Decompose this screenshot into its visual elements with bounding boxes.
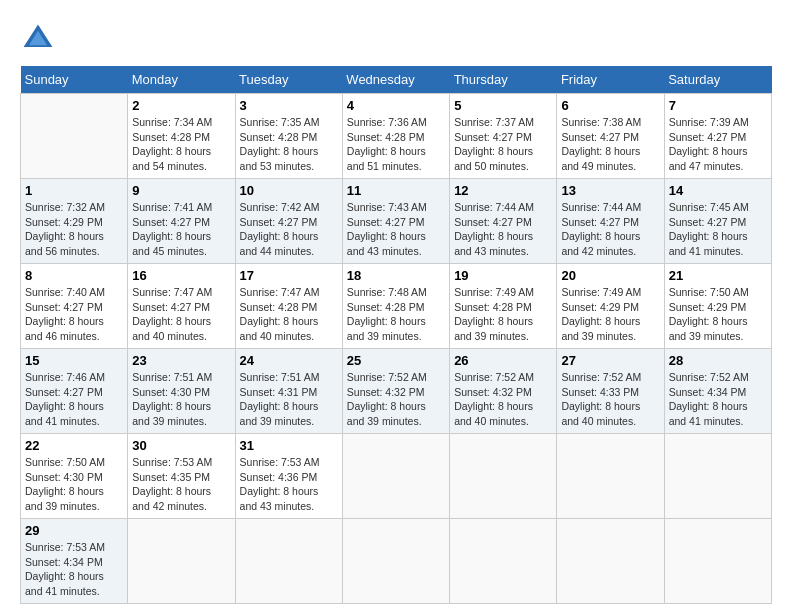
day-info: Sunrise: 7:43 AMSunset: 4:27 PMDaylight:… <box>347 201 427 257</box>
day-number: 2 <box>132 98 230 113</box>
calendar-cell: 29 Sunrise: 7:53 AMSunset: 4:34 PMDaylig… <box>21 519 128 604</box>
calendar-cell: 10 Sunrise: 7:42 AMSunset: 4:27 PMDaylig… <box>235 179 342 264</box>
calendar-cell: 31 Sunrise: 7:53 AMSunset: 4:36 PMDaylig… <box>235 434 342 519</box>
day-number: 12 <box>454 183 552 198</box>
day-info: Sunrise: 7:47 AMSunset: 4:27 PMDaylight:… <box>132 286 212 342</box>
day-number: 29 <box>25 523 123 538</box>
day-info: Sunrise: 7:34 AMSunset: 4:28 PMDaylight:… <box>132 116 212 172</box>
day-number: 24 <box>240 353 338 368</box>
day-number: 8 <box>25 268 123 283</box>
calendar-cell: 15 Sunrise: 7:46 AMSunset: 4:27 PMDaylig… <box>21 349 128 434</box>
day-info: Sunrise: 7:40 AMSunset: 4:27 PMDaylight:… <box>25 286 105 342</box>
day-info: Sunrise: 7:35 AMSunset: 4:28 PMDaylight:… <box>240 116 320 172</box>
calendar-row: 15 Sunrise: 7:46 AMSunset: 4:27 PMDaylig… <box>21 349 772 434</box>
calendar-cell <box>664 519 771 604</box>
logo-icon <box>20 20 56 56</box>
calendar-cell: 4 Sunrise: 7:36 AMSunset: 4:28 PMDayligh… <box>342 94 449 179</box>
day-number: 9 <box>132 183 230 198</box>
day-number: 10 <box>240 183 338 198</box>
day-number: 15 <box>25 353 123 368</box>
day-number: 1 <box>25 183 123 198</box>
calendar-cell: 12 Sunrise: 7:44 AMSunset: 4:27 PMDaylig… <box>450 179 557 264</box>
day-of-week-header: Saturday <box>664 66 771 94</box>
day-number: 30 <box>132 438 230 453</box>
day-info: Sunrise: 7:42 AMSunset: 4:27 PMDaylight:… <box>240 201 320 257</box>
calendar-cell: 2 Sunrise: 7:34 AMSunset: 4:28 PMDayligh… <box>128 94 235 179</box>
day-number: 20 <box>561 268 659 283</box>
day-info: Sunrise: 7:53 AMSunset: 4:36 PMDaylight:… <box>240 456 320 512</box>
day-number: 6 <box>561 98 659 113</box>
day-info: Sunrise: 7:50 AMSunset: 4:30 PMDaylight:… <box>25 456 105 512</box>
day-number: 13 <box>561 183 659 198</box>
calendar-cell: 9 Sunrise: 7:41 AMSunset: 4:27 PMDayligh… <box>128 179 235 264</box>
calendar-table: SundayMondayTuesdayWednesdayThursdayFrid… <box>20 66 772 604</box>
day-number: 5 <box>454 98 552 113</box>
day-info: Sunrise: 7:52 AMSunset: 4:34 PMDaylight:… <box>669 371 749 427</box>
calendar-cell: 25 Sunrise: 7:52 AMSunset: 4:32 PMDaylig… <box>342 349 449 434</box>
day-info: Sunrise: 7:49 AMSunset: 4:28 PMDaylight:… <box>454 286 534 342</box>
calendar-cell <box>664 434 771 519</box>
day-number: 17 <box>240 268 338 283</box>
calendar-cell <box>235 519 342 604</box>
day-info: Sunrise: 7:51 AMSunset: 4:31 PMDaylight:… <box>240 371 320 427</box>
day-info: Sunrise: 7:44 AMSunset: 4:27 PMDaylight:… <box>561 201 641 257</box>
day-info: Sunrise: 7:41 AMSunset: 4:27 PMDaylight:… <box>132 201 212 257</box>
day-info: Sunrise: 7:45 AMSunset: 4:27 PMDaylight:… <box>669 201 749 257</box>
calendar-cell <box>450 434 557 519</box>
calendar-body: 2 Sunrise: 7:34 AMSunset: 4:28 PMDayligh… <box>21 94 772 604</box>
calendar-cell: 30 Sunrise: 7:53 AMSunset: 4:35 PMDaylig… <box>128 434 235 519</box>
day-info: Sunrise: 7:52 AMSunset: 4:33 PMDaylight:… <box>561 371 641 427</box>
day-number: 18 <box>347 268 445 283</box>
calendar-cell: 26 Sunrise: 7:52 AMSunset: 4:32 PMDaylig… <box>450 349 557 434</box>
day-number: 27 <box>561 353 659 368</box>
day-info: Sunrise: 7:36 AMSunset: 4:28 PMDaylight:… <box>347 116 427 172</box>
calendar-cell: 28 Sunrise: 7:52 AMSunset: 4:34 PMDaylig… <box>664 349 771 434</box>
day-info: Sunrise: 7:51 AMSunset: 4:30 PMDaylight:… <box>132 371 212 427</box>
day-info: Sunrise: 7:46 AMSunset: 4:27 PMDaylight:… <box>25 371 105 427</box>
day-of-week-header: Wednesday <box>342 66 449 94</box>
calendar-cell <box>342 434 449 519</box>
day-number: 23 <box>132 353 230 368</box>
calendar-row: 22 Sunrise: 7:50 AMSunset: 4:30 PMDaylig… <box>21 434 772 519</box>
day-of-week-header: Monday <box>128 66 235 94</box>
calendar-cell: 5 Sunrise: 7:37 AMSunset: 4:27 PMDayligh… <box>450 94 557 179</box>
calendar-row: 1 Sunrise: 7:32 AMSunset: 4:29 PMDayligh… <box>21 179 772 264</box>
calendar-cell: 27 Sunrise: 7:52 AMSunset: 4:33 PMDaylig… <box>557 349 664 434</box>
day-of-week-header: Thursday <box>450 66 557 94</box>
day-number: 19 <box>454 268 552 283</box>
calendar-cell: 11 Sunrise: 7:43 AMSunset: 4:27 PMDaylig… <box>342 179 449 264</box>
day-number: 26 <box>454 353 552 368</box>
calendar-cell: 13 Sunrise: 7:44 AMSunset: 4:27 PMDaylig… <box>557 179 664 264</box>
calendar-cell: 8 Sunrise: 7:40 AMSunset: 4:27 PMDayligh… <box>21 264 128 349</box>
day-number: 28 <box>669 353 767 368</box>
day-info: Sunrise: 7:53 AMSunset: 4:34 PMDaylight:… <box>25 541 105 597</box>
calendar-cell: 23 Sunrise: 7:51 AMSunset: 4:30 PMDaylig… <box>128 349 235 434</box>
calendar-cell: 14 Sunrise: 7:45 AMSunset: 4:27 PMDaylig… <box>664 179 771 264</box>
calendar-cell: 18 Sunrise: 7:48 AMSunset: 4:28 PMDaylig… <box>342 264 449 349</box>
calendar-cell: 19 Sunrise: 7:49 AMSunset: 4:28 PMDaylig… <box>450 264 557 349</box>
day-number: 11 <box>347 183 445 198</box>
calendar-cell: 22 Sunrise: 7:50 AMSunset: 4:30 PMDaylig… <box>21 434 128 519</box>
page-header <box>20 20 772 56</box>
day-number: 21 <box>669 268 767 283</box>
day-number: 3 <box>240 98 338 113</box>
calendar-cell: 16 Sunrise: 7:47 AMSunset: 4:27 PMDaylig… <box>128 264 235 349</box>
calendar-cell: 17 Sunrise: 7:47 AMSunset: 4:28 PMDaylig… <box>235 264 342 349</box>
calendar-cell <box>21 94 128 179</box>
calendar-cell: 6 Sunrise: 7:38 AMSunset: 4:27 PMDayligh… <box>557 94 664 179</box>
day-info: Sunrise: 7:52 AMSunset: 4:32 PMDaylight:… <box>347 371 427 427</box>
day-info: Sunrise: 7:52 AMSunset: 4:32 PMDaylight:… <box>454 371 534 427</box>
day-number: 31 <box>240 438 338 453</box>
day-number: 22 <box>25 438 123 453</box>
calendar-cell: 3 Sunrise: 7:35 AMSunset: 4:28 PMDayligh… <box>235 94 342 179</box>
day-info: Sunrise: 7:50 AMSunset: 4:29 PMDaylight:… <box>669 286 749 342</box>
day-info: Sunrise: 7:47 AMSunset: 4:28 PMDaylight:… <box>240 286 320 342</box>
day-number: 7 <box>669 98 767 113</box>
day-info: Sunrise: 7:38 AMSunset: 4:27 PMDaylight:… <box>561 116 641 172</box>
calendar-row: 29 Sunrise: 7:53 AMSunset: 4:34 PMDaylig… <box>21 519 772 604</box>
day-of-week-header: Tuesday <box>235 66 342 94</box>
calendar-cell <box>557 519 664 604</box>
day-number: 14 <box>669 183 767 198</box>
day-number: 16 <box>132 268 230 283</box>
day-info: Sunrise: 7:49 AMSunset: 4:29 PMDaylight:… <box>561 286 641 342</box>
